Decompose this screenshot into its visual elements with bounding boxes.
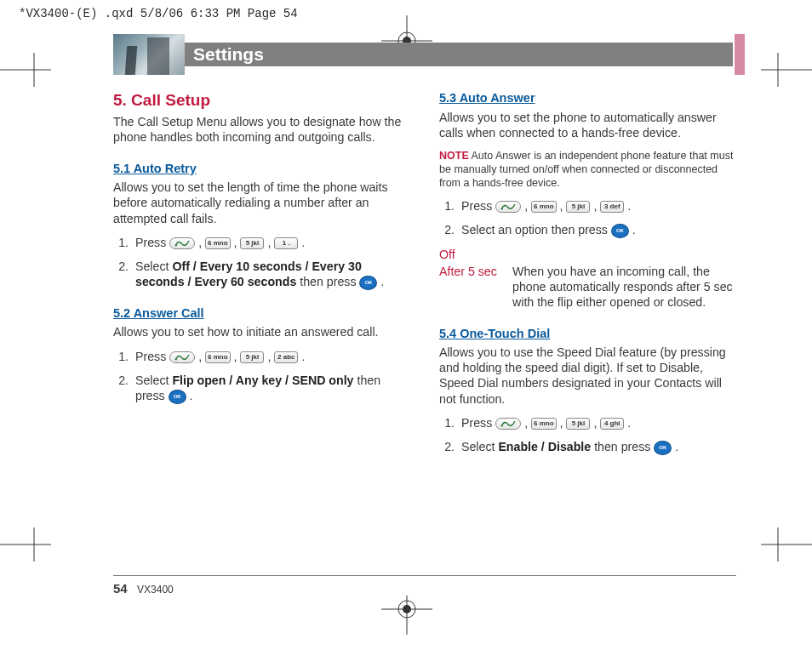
sub53-desc: Allows you to set the phone to automatic… [439,110,736,140]
sub54-steps: Press , 6 mno , 5 jkl , 4 ghi . Select E… [439,415,736,455]
sub54-step2: Select Enable / Disable then press OK . [458,439,736,455]
ok-key-icon: OK [654,441,672,455]
sub53-step1: Press , 6 mno , 5 jkl , 3 def . [458,198,736,214]
left-column: 5. Call Setup The Call Setup Menu allows… [113,87,410,464]
ok-key-icon: OK [169,390,186,404]
key-2-icon: 2 abc [274,351,298,363]
sub52-steps: Press , 6 mno , 5 jkl , 2 abc . Select F… [113,349,410,404]
key-6-icon: 6 mno [205,351,231,363]
sub54-step1: Press , 6 mno , 5 jkl , 4 ghi . [458,415,736,430]
section-intro: The Call Setup Menu allows you to design… [113,114,410,145]
qxd-print-header: *VX3400-(E) .qxd 5/8/06 6:33 PM Page 54 [0,0,812,20]
section-heading: 5. Call Setup [113,90,410,111]
key-5-icon: 5 jkl [240,351,264,363]
page-title: Settings [185,43,733,66]
note-label: NOTE [439,150,469,162]
send-key-icon [169,351,195,363]
key-1-icon: 1 . [274,237,298,249]
sub54-desc: Allows you to use the Speed Dial feature… [439,345,736,407]
svg-point-18 [501,208,503,210]
send-key-icon [169,237,195,249]
svg-point-15 [403,605,411,613]
svg-point-17 [175,358,177,360]
send-key-icon [495,418,521,430]
page-footer: 54 VX3400 [113,575,736,596]
manual-page: Settings 5. Call Setup The Call Setup Me… [72,34,745,596]
svg-point-19 [501,425,503,426]
title-thumbnail-image [113,34,185,75]
sub52-step1: Press , 6 mno , 5 jkl , 2 abc . [132,349,410,364]
sub51-step2: Select Off / Every 10 seconds / Every 30… [132,259,410,290]
svg-point-14 [398,601,415,618]
sub53-steps: Press , 6 mno , 5 jkl , 3 def . Select a… [439,198,736,238]
key-4-icon: 4 ghi [600,418,624,430]
sub51-step1: Press , 6 mno , 5 jkl , 1 . . [132,235,410,250]
key-5-icon: 5 jkl [566,418,590,430]
key-6-icon: 6 mno [205,237,231,249]
sub52-heading: 5.2 Answer Call [113,305,410,322]
model-name: VX3400 [137,584,174,596]
title-strip: Settings [185,34,733,75]
sub53-option-off: Off [439,247,736,262]
sub53-step2: Select an option then press OK . [458,222,736,238]
sub54-heading: 5.4 One-Touch Dial [439,326,736,342]
send-key-icon [495,201,521,213]
sub53-note: NOTE Auto Answer is an independent phone… [439,149,736,190]
key-5-icon: 5 jkl [566,201,590,213]
page-number: 54 [113,581,128,596]
title-bar: Settings [113,34,745,75]
sub53-heading: 5.3 Auto Answer [439,90,736,106]
key-3-icon: 3 def [600,201,624,213]
key-6-icon: 6 mno [531,418,557,430]
key-6-icon: 6 mno [531,201,557,213]
title-accent-bar [735,34,745,75]
sub52-step2: Select Flip open / Any key / SEND only t… [132,373,410,404]
key-5-icon: 5 jkl [240,237,264,249]
ok-key-icon: OK [359,276,377,290]
sub51-heading: 5.1 Auto Retry [113,161,410,177]
sub53-option-after5: After 5 sec When you have an incoming ca… [439,264,736,311]
svg-point-16 [175,244,177,246]
right-column: 5.3 Auto Answer Allows you to set the ph… [439,87,736,464]
sub52-desc: Allows you to set how to initiate an ans… [113,324,410,339]
ok-key-icon: OK [611,224,629,238]
sub51-desc: Allows you to set the length of time the… [113,180,410,226]
sub51-steps: Press , 6 mno , 5 jkl , 1 . . Select Off… [113,235,410,290]
